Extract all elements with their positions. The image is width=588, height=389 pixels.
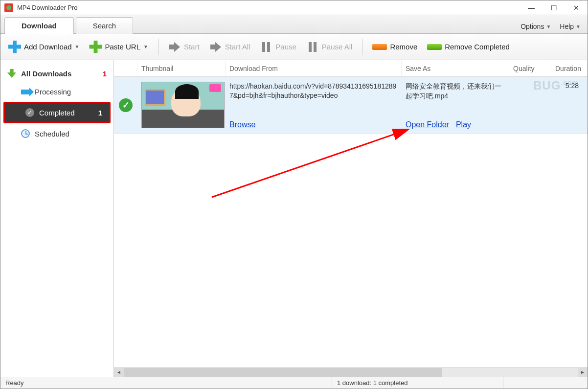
toolbar: Add Download ▼ Paste URL ▼ Start Start A…: [0, 34, 588, 60]
col-header-duration[interactable]: Duration: [551, 60, 588, 76]
check-icon: ✓: [25, 108, 34, 117]
col-header-quality[interactable]: Quality: [509, 60, 551, 76]
chevron-down-icon: ▼: [546, 24, 551, 29]
sidebar-item-all-downloads[interactable]: All Downloads 1: [0, 64, 113, 83]
svg-line-0: [212, 130, 407, 197]
tab-download[interactable]: Download: [4, 17, 74, 34]
completed-label: Completed: [39, 109, 75, 117]
scroll-thumb[interactable]: [124, 368, 442, 377]
col-header-check[interactable]: [114, 60, 137, 76]
clock-icon: [21, 129, 30, 138]
pause-all-icon: [306, 41, 319, 53]
app-icon: [4, 3, 13, 12]
remove-label: Remove: [390, 43, 417, 51]
watermark: BUG.com: [533, 79, 579, 92]
col-header-thumbnail[interactable]: Thumbnail: [137, 60, 226, 76]
paste-url-button[interactable]: Paste URL ▼: [86, 39, 151, 55]
options-menu[interactable]: Options ▼: [518, 23, 554, 30]
horizontal-scrollbar[interactable]: ◄ ►: [114, 367, 588, 377]
help-menu[interactable]: Help ▼: [557, 23, 584, 30]
all-downloads-label: All Downloads: [21, 69, 71, 78]
play-link[interactable]: Play: [456, 120, 471, 129]
plus-icon: [8, 41, 21, 53]
sidebar-item-processing[interactable]: Processing: [0, 83, 113, 101]
toolbar-separator: [158, 39, 158, 55]
remove-button[interactable]: Remove: [369, 41, 420, 53]
tab-search[interactable]: Search: [76, 17, 134, 34]
start-button[interactable]: Start: [165, 39, 203, 55]
pause-all-label: Pause All: [322, 43, 353, 51]
status-complete-icon: ✓: [119, 98, 133, 112]
col-header-save[interactable]: Save As: [402, 60, 509, 76]
help-label: Help: [560, 23, 574, 30]
maximize-button[interactable]: ☐: [543, 0, 565, 15]
processing-icon: [21, 90, 30, 94]
main-area: All Downloads 1 Processing ✓ Completed 1…: [0, 60, 588, 377]
window-controls: — ☐ ✕: [520, 0, 588, 15]
close-button[interactable]: ✕: [565, 0, 588, 15]
download-row[interactable]: BUG.com ✓ https://haokan.baidu.com/v?vid…: [114, 77, 588, 134]
status-summary: 1 download: 1 completed: [332, 377, 503, 389]
toolbar-separator: [362, 39, 362, 55]
start-all-label: Start All: [225, 43, 250, 51]
add-download-label: Add Download: [24, 43, 72, 51]
plus-icon: [89, 41, 102, 53]
remove-completed-label: Remove Completed: [445, 43, 510, 51]
thumbnail-image: [141, 82, 225, 128]
col-header-from[interactable]: Download From: [226, 60, 402, 76]
column-headers: Thumbnail Download From Save As Quality …: [114, 60, 588, 77]
scroll-right-button[interactable]: ►: [578, 368, 588, 377]
sidebar-item-scheduled[interactable]: Scheduled: [0, 124, 113, 143]
scheduled-label: Scheduled: [35, 130, 69, 138]
tab-bar: Download Search Options ▼ Help ▼: [0, 15, 588, 34]
pause-icon: [260, 41, 272, 53]
scroll-left-button[interactable]: ◄: [114, 368, 124, 377]
status-right: [503, 377, 588, 389]
title-bar: MP4 Downloader Pro — ☐ ✕: [0, 0, 588, 15]
options-label: Options: [520, 23, 544, 30]
paste-url-label: Paste URL: [105, 43, 140, 51]
scroll-track[interactable]: [124, 368, 578, 377]
sidebar-item-completed[interactable]: ✓ Completed 1: [3, 102, 111, 123]
chevron-down-icon: ▼: [576, 24, 581, 29]
start-all-button[interactable]: Start All: [206, 39, 253, 55]
processing-label: Processing: [35, 88, 71, 96]
pause-button[interactable]: Pause: [257, 39, 299, 55]
all-downloads-count: 1: [103, 69, 107, 78]
play-icon: [168, 41, 181, 53]
open-folder-link[interactable]: Open Folder: [406, 120, 449, 129]
status-ready: Ready: [0, 377, 332, 389]
completed-count: 1: [98, 109, 102, 117]
sidebar: All Downloads 1 Processing ✓ Completed 1…: [0, 60, 114, 377]
minimize-button[interactable]: —: [520, 0, 543, 15]
status-bar: Ready 1 download: 1 completed: [0, 377, 588, 389]
content-panel: Thumbnail Download From Save As Quality …: [114, 60, 588, 377]
pause-all-button[interactable]: Pause All: [303, 39, 356, 55]
add-download-button[interactable]: Add Download ▼: [5, 39, 82, 55]
annotation-arrow: [207, 124, 422, 202]
start-label: Start: [184, 43, 200, 51]
remove-completed-button[interactable]: Remove Completed: [424, 41, 513, 53]
chevron-down-icon: ▼: [143, 44, 148, 49]
browse-link[interactable]: Browse: [229, 120, 255, 129]
download-icon: [7, 69, 16, 78]
remove-icon: [372, 44, 387, 50]
remove-completed-icon: [427, 44, 442, 50]
pause-label: Pause: [275, 43, 296, 51]
play-all-icon: [209, 41, 222, 53]
app-title: MP4 Downloader Pro: [17, 4, 520, 11]
chevron-down-icon: ▼: [75, 44, 80, 49]
